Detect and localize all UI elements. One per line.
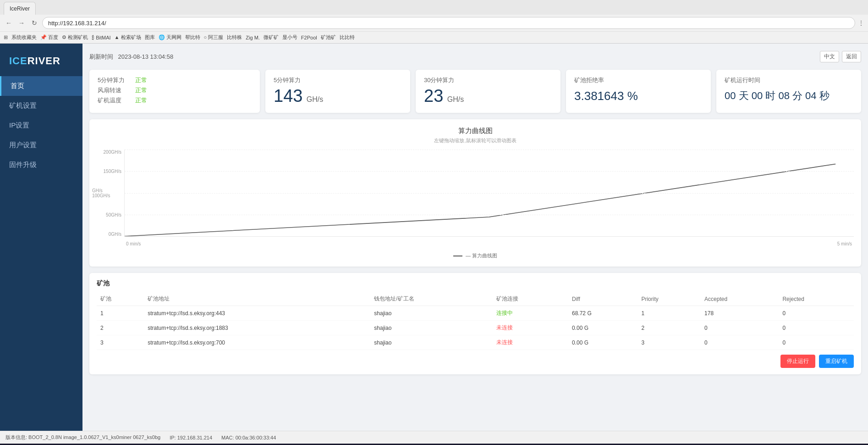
- bookmark-15[interactable]: 矿池矿: [321, 34, 336, 41]
- bookmark-9[interactable]: ○ 阿三服: [204, 34, 224, 41]
- hashrate-30min-big: 23: [424, 86, 443, 106]
- header-actions: 中文 返回: [820, 51, 861, 62]
- sidebar-item-miner-settings[interactable]: 矿机设置: [0, 96, 82, 116]
- refresh-time-area: 刷新时间 2023-08-13 13:04:58: [89, 52, 173, 61]
- x-label-1: 5 min/s: [837, 241, 852, 250]
- header-bar: 刷新时间 2023-08-13 13:04:58 中文 返回: [89, 49, 861, 64]
- pool-section: 矿池 矿池 矿池地址 钱包地址/矿工名 矿池连接 Diff Priority A…: [89, 273, 861, 374]
- bookmark-16[interactable]: 比比特: [340, 34, 355, 41]
- bookmark-3[interactable]: ⚙ 检测矿机: [62, 34, 88, 41]
- chart-y-axis: 200GH/s 150GH/s GH/s 100GH/s 50GH/s 0GH/…: [97, 150, 124, 237]
- bookmark-4[interactable]: ₿ BitMAI: [92, 35, 110, 40]
- row2-accepted: 0: [701, 321, 779, 335]
- chart-wrapper: 200GH/s 150GH/s GH/s 100GH/s 50GH/s 0GH/…: [97, 150, 854, 250]
- refresh-button[interactable]: ↻: [29, 18, 39, 28]
- y-label-0: 0GH/s: [109, 232, 121, 237]
- chart-line: [125, 164, 835, 237]
- fan-status-row: 风扇转速 正常: [98, 86, 252, 95]
- bookmark-2[interactable]: 📌 百度: [40, 34, 58, 41]
- sidebar-item-user-settings[interactable]: 用户设置: [0, 135, 82, 155]
- uptime-label: 矿机运行时间: [725, 76, 853, 84]
- stop-button[interactable]: 停止运行: [780, 355, 815, 368]
- bookmark-11[interactable]: Zig M.: [246, 35, 260, 40]
- sidebar-item-home[interactable]: 首页: [0, 76, 82, 96]
- main-content: 刷新时间 2023-08-13 13:04:58 中文 返回 5分钟算力 正常 …: [82, 44, 868, 431]
- hashrate-30min-value-area: 23 GH/s: [424, 86, 552, 106]
- app-container: ICERIVER 首页 矿机设置 IP设置 用户设置 固件升级 刷新时间 202…: [0, 44, 868, 431]
- reject-rate-value: 3.381643 %: [574, 89, 703, 103]
- temp-status-row: 矿机温度 正常: [98, 96, 252, 105]
- row3-wallet: shajiao: [370, 335, 493, 350]
- hashrate-5min-status-row: 5分钟算力 正常: [98, 76, 252, 84]
- hashrate-5min-value: 正常: [135, 76, 147, 84]
- stats-row: 5分钟算力 正常 风扇转速 正常 矿机温度 正常 5分钟算力: [89, 70, 861, 113]
- forward-button[interactable]: →: [16, 18, 27, 28]
- footer-bar: 版本信息: BOOT_2_0.8N image_1.0.0627_V1_ks0m…: [0, 431, 868, 444]
- x-label-0: 0 min/s: [126, 241, 141, 250]
- col-connection: 矿池连接: [493, 292, 568, 306]
- col-wallet: 钱包地址/矿工名: [370, 292, 493, 306]
- uptime-value: 00 天 00 时 08 分 04 秒: [725, 89, 853, 103]
- nav-firmware-label: 固件升级: [9, 161, 37, 169]
- row2-priority: 2: [637, 321, 701, 335]
- hashrate-30min-label: 30分钟算力: [424, 76, 552, 84]
- pool-table: 矿池 矿池地址 钱包地址/矿工名 矿池连接 Diff Priority Acce…: [97, 292, 854, 350]
- bookmark-14[interactable]: F2Pool: [301, 35, 317, 40]
- sidebar-item-firmware[interactable]: 固件升级: [0, 155, 82, 175]
- row1-id: 1: [97, 306, 144, 321]
- refresh-label: 刷新时间: [89, 53, 113, 60]
- bookmark-1[interactable]: 系统收藏夹: [11, 34, 37, 41]
- bookmark-5[interactable]: ▲ 检索矿场: [115, 34, 141, 41]
- refresh-time: 2023-08-13 13:04:58: [118, 53, 173, 60]
- reject-rate-label: 矿池拒绝率: [574, 76, 703, 84]
- browser-tab[interactable]: IceRiver: [4, 2, 36, 15]
- row2-rejected: 0: [779, 321, 854, 335]
- bookmark-10[interactable]: 比特株: [227, 34, 242, 41]
- address-bar[interactable]: http://192.168.31.214/: [42, 17, 855, 29]
- nav-user-label: 用户设置: [9, 141, 37, 150]
- chart-x-labels: 0 min/s 5 min/s: [124, 241, 854, 250]
- row3-id: 3: [97, 335, 144, 350]
- row3-diff: 0.00 G: [568, 335, 637, 350]
- lang-button[interactable]: 中文: [820, 51, 839, 62]
- logo-ice: ICE: [9, 55, 27, 67]
- bookmark-6[interactable]: 图库: [145, 34, 155, 41]
- sidebar-item-ip-settings[interactable]: IP设置: [0, 116, 82, 135]
- bookmark-8[interactable]: 帮比特: [185, 34, 200, 41]
- row2-wallet: shajiao: [370, 321, 493, 335]
- row1-status: 连接中: [493, 306, 568, 321]
- col-diff: Diff: [568, 292, 637, 306]
- logo: ICERIVER: [9, 55, 60, 67]
- back-button[interactable]: 返回: [842, 51, 861, 62]
- pool-title: 矿池: [97, 279, 854, 288]
- fan-value: 正常: [135, 86, 147, 95]
- logo-area: ICERIVER: [0, 48, 82, 76]
- grid-line-3: [125, 215, 854, 215]
- row1-rejected: 0: [779, 306, 854, 321]
- action-buttons: 停止运行 重启矿机: [97, 355, 854, 368]
- row3-accepted: 0: [701, 335, 779, 350]
- hashrate-30min-card: 30分钟算力 23 GH/s: [416, 70, 560, 113]
- grid-line-1: [125, 171, 854, 172]
- back-button[interactable]: ←: [4, 18, 14, 28]
- nav-miner-label: 矿机设置: [9, 101, 37, 110]
- bookmark-12[interactable]: 微矿矿: [264, 34, 279, 41]
- restart-button[interactable]: 重启矿机: [819, 355, 854, 368]
- row2-id: 2: [97, 321, 144, 335]
- bookmark-7[interactable]: 🌐 天网网: [159, 34, 181, 41]
- col-priority: Priority: [637, 292, 701, 306]
- chart-area[interactable]: [124, 150, 854, 237]
- bookmark-13[interactable]: 显小号: [282, 34, 297, 41]
- footer-mac: MAC: 00:0a:36:00:33:44: [221, 435, 276, 440]
- row3-address: stratum+tcp://lsd.s.eksy.org:700: [144, 335, 370, 350]
- table-row: 1 stratum+tcp://lsd.s.eksy.org:443 shaji…: [97, 306, 854, 321]
- reject-rate-card: 矿池拒绝率 3.381643 %: [566, 70, 711, 113]
- table-row: 2 stratum+tcp://lsd.s.eksy.org:1883 shaj…: [97, 321, 854, 335]
- legend-label: — 算力曲线图: [466, 253, 497, 258]
- row3-status: 未连接: [493, 335, 568, 350]
- temp-label: 矿机温度: [98, 96, 130, 105]
- col-address: 矿池地址: [144, 292, 370, 306]
- fan-label: 风扇转速: [98, 86, 130, 95]
- settings-icon[interactable]: ⋮: [858, 19, 864, 27]
- row3-priority: 3: [637, 335, 701, 350]
